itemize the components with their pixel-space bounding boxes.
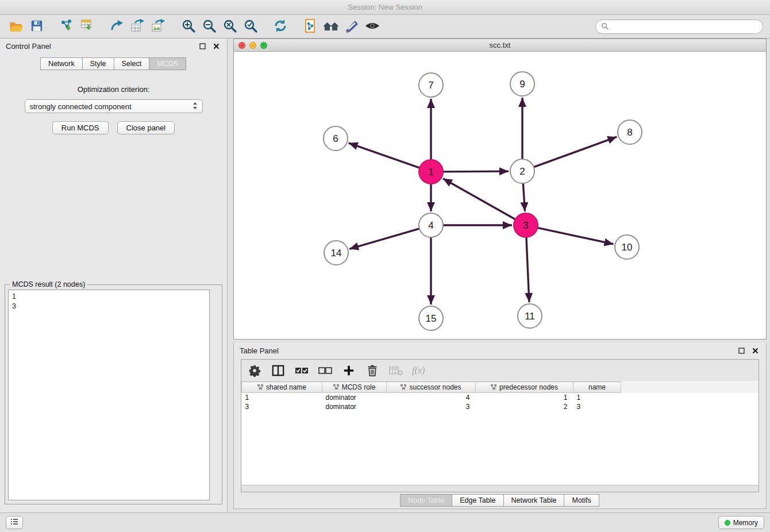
tab-network-table[interactable]: Network Table xyxy=(503,494,565,507)
float-panel-button[interactable] xyxy=(198,41,207,51)
tab-select[interactable]: Select xyxy=(114,57,150,70)
minimize-window-button[interactable]: − xyxy=(249,42,256,49)
column-header-mcds-role[interactable]: MCDS role xyxy=(322,382,387,393)
column-header-successor-nodes[interactable]: successor nodes xyxy=(387,382,476,393)
open-session-button[interactable] xyxy=(6,17,26,36)
zoom-selected-button[interactable] xyxy=(240,17,261,36)
search-box[interactable] xyxy=(595,20,763,34)
table-cell[interactable]: 3 xyxy=(387,402,476,411)
export-network-button[interactable] xyxy=(107,17,128,36)
graph-node-7[interactable]: 7 xyxy=(419,73,443,97)
close-table-panel-button[interactable] xyxy=(750,346,760,356)
mcds-result-title: MCDS result (2 nodes) xyxy=(10,280,87,288)
table-cell[interactable]: 1 xyxy=(573,393,621,402)
table-cell[interactable]: 2 xyxy=(476,402,573,411)
memory-button[interactable]: Memory xyxy=(718,516,764,529)
network-document-button[interactable] xyxy=(300,17,321,36)
import-network-button[interactable] xyxy=(56,17,77,36)
import-table-button[interactable] xyxy=(77,17,98,36)
graph-node-9[interactable]: 9 xyxy=(510,72,534,96)
column-type-icon xyxy=(491,384,497,390)
folder-open-icon xyxy=(9,19,24,34)
command-panel-button[interactable] xyxy=(6,516,23,529)
graph-node-10[interactable]: 10 xyxy=(615,235,639,259)
tab-network[interactable]: Network xyxy=(40,57,83,70)
table-row[interactable]: 3dominator323 xyxy=(242,402,759,411)
save-session-button[interactable] xyxy=(26,17,47,36)
column-header-predecessor-nodes[interactable]: predecessor nodes xyxy=(476,382,573,393)
column-header-filler xyxy=(621,382,759,393)
apply-layout-button[interactable] xyxy=(270,17,291,36)
zoom-in-icon xyxy=(181,18,196,35)
graph-node-4[interactable]: 4 xyxy=(419,213,443,237)
fit-columns-button[interactable] xyxy=(271,363,286,378)
table-settings-button[interactable] xyxy=(247,363,262,378)
mcds-result-textarea[interactable]: 1 3 xyxy=(8,290,210,500)
add-column-button[interactable] xyxy=(341,363,356,378)
zoom-in-button[interactable] xyxy=(178,17,199,36)
graph-node-3[interactable]: 3 xyxy=(514,213,538,237)
graph-node-label: 9 xyxy=(519,79,525,90)
tab-edge-table[interactable]: Edge Table xyxy=(452,494,503,507)
deselect-all-button[interactable] xyxy=(318,363,333,378)
delete-column-button[interactable] xyxy=(365,363,380,378)
maximize-window-button[interactable]: + xyxy=(260,42,267,49)
graph-node-15[interactable]: 15 xyxy=(419,306,443,330)
close-window-button[interactable]: × xyxy=(238,42,245,49)
style-brush-button[interactable] xyxy=(341,17,362,36)
table-cell[interactable]: 4 xyxy=(387,393,476,402)
graph-edge-1-6[interactable] xyxy=(349,143,421,168)
import-network-icon xyxy=(59,18,74,35)
table-horizontal-scrollbar[interactable] xyxy=(241,485,759,492)
eye-button[interactable] xyxy=(362,17,383,36)
network-window-title: scc.txt xyxy=(490,41,511,49)
table-panel-content: f(x) shared name MCDS role successor nod… xyxy=(241,359,759,492)
export-table-button[interactable] xyxy=(128,17,148,36)
criterion-dropdown[interactable]: strongly connected component xyxy=(25,99,203,113)
graph-edge-1-2[interactable] xyxy=(441,171,509,172)
graph-edge-3-10[interactable] xyxy=(536,228,614,244)
run-mcds-button[interactable]: Run MCDS xyxy=(52,121,109,134)
table-cell[interactable]: 1 xyxy=(476,393,573,402)
graph-node-8[interactable]: 8 xyxy=(618,120,642,144)
function-builder-button[interactable]: f(x) xyxy=(412,365,425,376)
search-input[interactable] xyxy=(611,23,757,31)
zoom-out-button[interactable] xyxy=(199,17,220,36)
graph-edge-2-3[interactable] xyxy=(523,182,525,211)
tab-style[interactable]: Style xyxy=(82,57,114,70)
close-panel-button[interactable]: Close panel xyxy=(117,121,175,134)
graph-node-6[interactable]: 6 xyxy=(324,126,348,151)
tab-mcds[interactable]: MCDS xyxy=(149,57,186,70)
close-panel-icon-button[interactable] xyxy=(211,41,221,51)
zoom-fit-button[interactable] xyxy=(220,17,240,36)
tab-motifs[interactable]: Motifs xyxy=(564,494,599,507)
column-header-shared-name[interactable]: shared name xyxy=(242,382,322,393)
tab-node-table[interactable]: Node Table xyxy=(400,494,452,507)
graph-node-1[interactable]: 1 xyxy=(419,160,443,184)
home-button[interactable] xyxy=(321,17,341,36)
graph-node-14[interactable]: 14 xyxy=(324,241,348,265)
export-image-button[interactable] xyxy=(148,17,169,36)
table-cell[interactable]: dominator xyxy=(322,402,387,411)
table-cell[interactable]: dominator xyxy=(322,393,387,402)
delete-table-button[interactable] xyxy=(388,363,403,378)
table-row[interactable]: 1dominator411 xyxy=(242,393,759,402)
table-cell[interactable]: 3 xyxy=(573,402,621,411)
graph-node-11[interactable]: 11 xyxy=(518,304,542,328)
graph-edge-3-11[interactable] xyxy=(526,236,529,302)
import-table-icon xyxy=(80,18,95,35)
mcds-panel-body: Optimization criterion: strongly connect… xyxy=(0,85,227,134)
graph-node-label: 15 xyxy=(426,313,437,324)
table-cell[interactable]: 3 xyxy=(242,402,322,411)
select-all-button[interactable] xyxy=(294,363,309,378)
column-header-name[interactable]: name xyxy=(573,382,621,393)
graph-edge-3-1[interactable] xyxy=(443,179,517,220)
table-panel-header: Table Panel xyxy=(234,343,766,358)
graph-node-2[interactable]: 2 xyxy=(510,159,534,183)
graph-edge-4-14[interactable] xyxy=(349,228,421,249)
zoom-selected-icon xyxy=(243,18,258,35)
table-cell[interactable]: 1 xyxy=(242,393,322,402)
network-graph[interactable]: 7968124314101511 xyxy=(234,52,766,339)
float-table-panel-button[interactable] xyxy=(737,346,746,356)
graph-edge-2-8[interactable] xyxy=(532,137,617,168)
